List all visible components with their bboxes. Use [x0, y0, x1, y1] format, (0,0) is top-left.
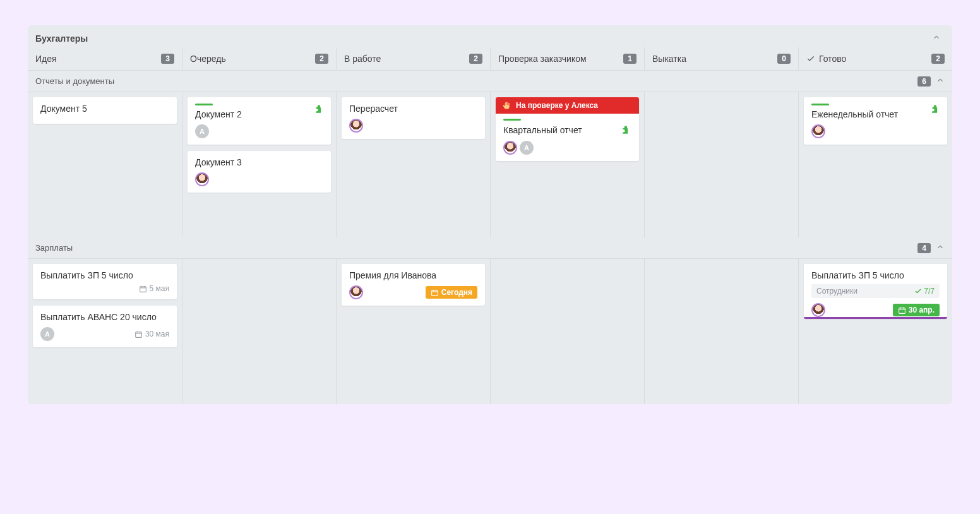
task-card[interactable]: Премия для Иванова Сегодня — [342, 264, 485, 306]
card-banner: На проверке у Алекса — [496, 97, 639, 114]
svg-rect-4 — [136, 332, 142, 337]
avatar[interactable] — [811, 303, 825, 317]
card-avatars — [349, 119, 363, 133]
svg-rect-8 — [431, 290, 438, 296]
task-card[interactable]: Выплатить АВАНС 20 числоA 30 мая — [33, 306, 177, 347]
column-header[interactable]: Проверка заказчиком1 — [490, 47, 644, 70]
card-avatars — [811, 124, 825, 138]
collapse-swimlane-button[interactable] — [936, 76, 945, 87]
card-title: Выплатить ЗП 5 число — [811, 270, 940, 280]
card-stripe — [503, 119, 521, 121]
column-header[interactable]: Очередь2 — [182, 47, 336, 70]
column-cell[interactable] — [182, 259, 336, 404]
hand-stop-icon — [502, 101, 511, 110]
column-cell[interactable]: Документ 5 — [28, 92, 182, 237]
task-card[interactable]: Перерасчет — [342, 97, 485, 139]
chevron-up-icon — [932, 33, 941, 42]
card-title: Премия для Иванова — [349, 270, 477, 280]
avatar[interactable] — [349, 119, 363, 133]
check-icon — [914, 287, 922, 295]
calendar-icon — [134, 330, 143, 338]
column-count: 2 — [315, 54, 328, 64]
chevron-up-icon — [936, 242, 945, 251]
card-date-done: 30 апр. — [893, 304, 940, 316]
swimlane-count: 6 — [917, 76, 931, 87]
check-icon — [806, 54, 815, 63]
card-avatars — [195, 172, 209, 186]
task-card[interactable]: Выплатить ЗП 5 число 5 мая — [33, 264, 177, 299]
calendar-icon — [139, 285, 147, 293]
svg-rect-0 — [140, 286, 146, 292]
column-label: В работе — [344, 54, 381, 64]
board-title: Бухгалтеры — [35, 33, 88, 44]
card-avatars: A — [503, 141, 534, 155]
column-header[interactable]: Выкатка0 — [644, 47, 798, 70]
card-title: Документ 5 — [40, 104, 169, 114]
column-header[interactable]: Готово2 — [798, 47, 952, 70]
puzzle-icon — [313, 104, 325, 115]
column-count: 2 — [469, 54, 482, 64]
task-card[interactable]: Еженедельный отчет — [804, 97, 947, 145]
task-card[interactable]: Документ 3 — [188, 151, 331, 193]
card-avatars — [811, 303, 825, 317]
card-avatars: A — [40, 327, 54, 341]
column-count: 3 — [161, 54, 174, 64]
column-label: Проверка заказчиком — [498, 54, 587, 64]
swimlane-header[interactable]: Зарплаты4 — [28, 237, 952, 259]
board-header: Бухгалтеры — [28, 25, 952, 47]
avatar[interactable]: A — [520, 141, 534, 155]
task-card[interactable]: Документ 2A — [188, 97, 331, 145]
card-stripe — [195, 104, 213, 105]
collapse-board-button[interactable] — [928, 32, 945, 45]
column-cell[interactable]: Премия для Иванова Сегодня — [336, 259, 490, 404]
column-label: Очередь — [190, 54, 226, 64]
swimlane-count: 4 — [917, 243, 931, 253]
card-avatars: A — [195, 124, 209, 138]
collapse-swimlane-button[interactable] — [936, 242, 945, 253]
column-cell[interactable]: Выплатить ЗП 5 числоСотрудники 7/7 30 ап… — [798, 259, 952, 404]
column-cell[interactable]: Перерасчет — [336, 92, 490, 237]
column-count: 1 — [623, 54, 636, 64]
column-cell[interactable] — [490, 259, 644, 404]
card-avatars — [349, 285, 363, 299]
column-cell[interactable]: На проверке у АлексаКвартальный отчетA — [490, 92, 644, 237]
task-card[interactable]: Выплатить ЗП 5 числоСотрудники 7/7 30 ап… — [804, 264, 947, 319]
calendar-icon — [898, 306, 906, 314]
column-count: 0 — [777, 54, 791, 64]
card-subtask-badge: Сотрудники 7/7 — [811, 284, 940, 298]
svg-rect-12 — [899, 308, 905, 313]
column-label: Выкатка — [652, 54, 686, 64]
avatar[interactable] — [503, 141, 517, 155]
task-card[interactable]: На проверке у АлексаКвартальный отчетA — [496, 97, 639, 161]
avatar[interactable]: A — [195, 124, 209, 138]
swimlane-body: Выплатить ЗП 5 число 5 маяВыплатить АВАН… — [28, 259, 952, 404]
column-header[interactable]: В работе2 — [336, 47, 490, 70]
column-header[interactable]: Идея3 — [28, 47, 182, 70]
swimlane-title: Зарплаты — [35, 243, 73, 253]
banner-text: На проверке у Алекса — [516, 101, 598, 110]
column-count: 2 — [931, 54, 945, 64]
card-stripe — [811, 104, 829, 105]
card-date: 5 мая — [139, 284, 169, 293]
card-date-today: Сегодня — [426, 286, 477, 299]
column-cell[interactable]: Документ 2AДокумент 3 — [182, 92, 336, 237]
swimlane-title: Отчеты и документы — [35, 76, 114, 86]
avatar[interactable] — [195, 172, 209, 186]
column-cell[interactable] — [644, 92, 798, 237]
puzzle-icon — [929, 104, 941, 115]
column-label: Идея — [35, 54, 57, 64]
column-label: Готово — [819, 54, 846, 64]
column-cell[interactable]: Выплатить ЗП 5 число 5 маяВыплатить АВАН… — [28, 259, 182, 404]
column-cell[interactable]: Еженедельный отчет — [798, 92, 952, 237]
task-card[interactable]: Документ 5 — [33, 97, 177, 124]
avatar[interactable] — [811, 124, 825, 138]
swimlane-header[interactable]: Отчеты и документы6 — [28, 71, 952, 92]
chevron-up-icon — [936, 76, 945, 85]
column-cell[interactable] — [644, 259, 798, 404]
card-title: Квартальный отчет — [503, 125, 582, 135]
avatar[interactable]: A — [40, 327, 54, 341]
card-title: Документ 3 — [195, 157, 323, 167]
swimlane-body: Документ 5Документ 2AДокумент 3Перерасче… — [28, 92, 952, 237]
avatar[interactable] — [349, 285, 363, 299]
kanban-board: Бухгалтеры Идея3Очередь2В работе2Проверк… — [28, 25, 952, 404]
